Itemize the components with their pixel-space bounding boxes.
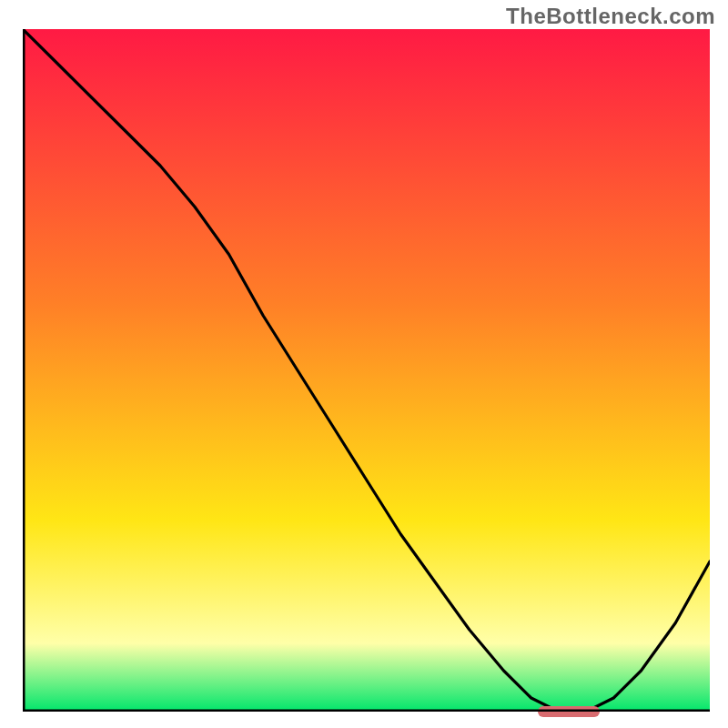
curve-layer	[23, 29, 710, 712]
chart-container: TheBottleneck.com	[0, 0, 728, 728]
watermark-text: TheBottleneck.com	[506, 4, 715, 29]
plot-area	[23, 29, 710, 712]
optimal-marker	[538, 706, 600, 717]
bottleneck-curve	[23, 29, 710, 712]
